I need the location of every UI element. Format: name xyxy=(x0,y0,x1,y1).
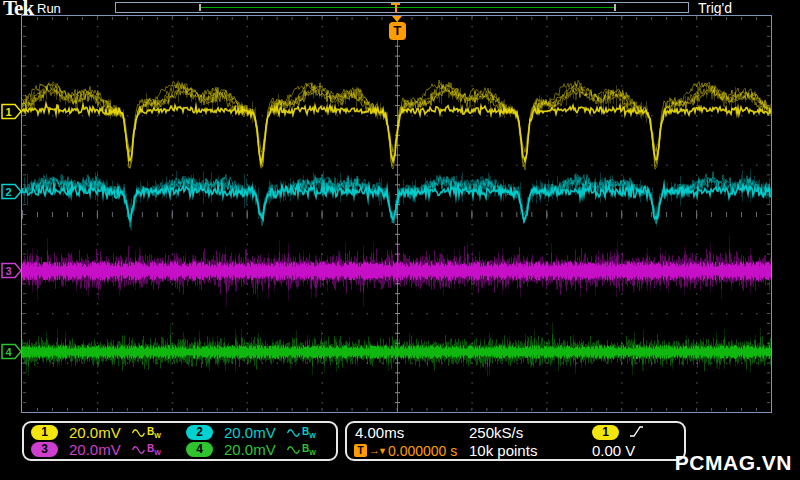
svg-text:2: 2 xyxy=(5,186,11,198)
bandwidth-limit-icon: BW xyxy=(147,426,161,439)
bandwidth-limit-icon: BW xyxy=(302,426,316,439)
graticule-display xyxy=(21,15,772,413)
record-length-readout: 10k points xyxy=(469,443,537,459)
horizontal-trigger-readout-box: 4.00ms 250kS/s 1 T → ▼ 0.000000 s 10k po… xyxy=(345,421,686,461)
oscilloscope-screen: Tek Run Trig'd T 1 2 3 4 1 20.0mV BW 2 2… xyxy=(0,0,800,480)
channel4-badge[interactable]: 4 xyxy=(186,442,213,457)
trigger-delay-readout[interactable]: 0.000000 s xyxy=(388,443,457,459)
channel1-scale[interactable]: 20.0mV xyxy=(69,425,121,441)
channel2-ground-marker[interactable]: 2 xyxy=(1,183,22,200)
record-trigger-marker-stem xyxy=(395,5,397,13)
channel3-scale[interactable]: 20.0mV xyxy=(69,442,121,458)
channel3-badge[interactable]: 3 xyxy=(31,442,58,457)
bandwidth-limit-icon: BW xyxy=(147,443,161,456)
acquisition-status: Run xyxy=(37,1,61,16)
trigger-slope-rising-icon[interactable] xyxy=(629,424,644,443)
record-view-waveform-line xyxy=(201,7,616,8)
record-view-bar xyxy=(115,2,689,13)
record-view-right-bracket xyxy=(614,4,616,11)
record-view-left-bracket xyxy=(199,4,201,11)
ac-coupling-icon xyxy=(287,445,301,455)
channel1-ground-marker[interactable]: 1 xyxy=(1,103,22,120)
channel4-ground-marker[interactable]: 4 xyxy=(1,343,22,360)
sample-rate-readout: 250kS/s xyxy=(469,425,523,441)
trigger-level-readout[interactable]: 0.00 V xyxy=(592,443,635,459)
trigger-delay-t-icon: T xyxy=(354,444,367,457)
channel2-coupling-icons: BW xyxy=(287,425,316,440)
trigger-position-flag-icon[interactable]: T xyxy=(389,22,406,40)
channel3-coupling-icons: BW xyxy=(132,442,161,457)
bandwidth-limit-icon: BW xyxy=(302,443,316,456)
svg-text:1: 1 xyxy=(5,106,11,118)
channel2-badge[interactable]: 2 xyxy=(186,425,213,440)
svg-text:4: 4 xyxy=(5,346,12,358)
channel1-badge[interactable]: 1 xyxy=(31,425,58,440)
channel1-coupling-icons: BW xyxy=(132,425,161,440)
arrow-down-icon: ▼ xyxy=(378,444,387,458)
waveform-canvas xyxy=(22,16,771,412)
channel4-coupling-icons: BW xyxy=(287,442,316,457)
svg-text:3: 3 xyxy=(5,265,11,277)
timebase-readout[interactable]: 4.00ms xyxy=(355,425,404,441)
channel3-ground-marker[interactable]: 3 xyxy=(1,262,22,279)
channel-readout-box: 1 20.0mV BW 2 20.0mV BW 3 20.0mV BW 4 20… xyxy=(22,421,338,461)
ac-coupling-icon xyxy=(132,445,146,455)
trigger-source-badge[interactable]: 1 xyxy=(592,425,619,440)
channel4-scale[interactable]: 20.0mV xyxy=(224,442,276,458)
ac-coupling-icon xyxy=(132,428,146,438)
trigger-status: Trig'd xyxy=(698,0,732,16)
channel2-scale[interactable]: 20.0mV xyxy=(224,425,276,441)
ac-coupling-icon xyxy=(287,428,301,438)
watermark: PCMAG.VN xyxy=(675,451,792,475)
